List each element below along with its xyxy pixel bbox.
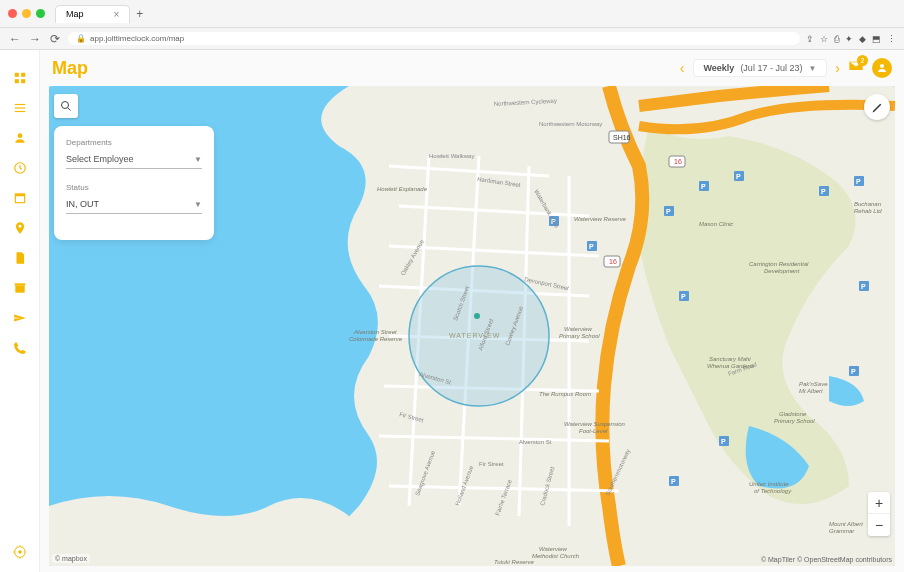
chevron-down-icon: ▼	[194, 155, 202, 164]
period-label: Weekly	[704, 63, 735, 73]
svg-text:Methodist Church: Methodist Church	[532, 553, 580, 559]
extension-icon-2[interactable]: ◆	[859, 34, 866, 44]
settings-icon[interactable]	[12, 544, 28, 560]
url-text: app.jolttimeclock.com/map	[90, 34, 184, 43]
svg-text:Sanctuary Mahi: Sanctuary Mahi	[709, 356, 751, 362]
new-tab-icon[interactable]: +	[136, 7, 143, 21]
mapbox-logo: © mapbox	[52, 554, 90, 563]
minimize-window-icon[interactable]	[22, 9, 31, 18]
prev-period-button[interactable]: ‹	[680, 60, 685, 76]
more-icon[interactable]: ⋮	[887, 34, 896, 44]
browser-tab[interactable]: Map ×	[55, 5, 130, 23]
svg-point-18	[474, 313, 480, 319]
calendar-icon[interactable]	[12, 190, 28, 206]
svg-text:of Technology: of Technology	[754, 488, 792, 494]
svg-rect-5	[14, 107, 25, 108]
svg-text:Colonnade Reserve: Colonnade Reserve	[349, 336, 403, 342]
svg-point-14	[18, 550, 22, 554]
svg-text:Waterview Reserve: Waterview Reserve	[574, 216, 627, 222]
svg-text:P: P	[666, 208, 671, 215]
map-edit-button[interactable]	[864, 94, 890, 120]
close-window-icon[interactable]	[8, 9, 17, 18]
list-icon[interactable]	[12, 100, 28, 116]
svg-text:Howlett Walkway: Howlett Walkway	[429, 153, 474, 159]
svg-text:Rehab Ltd: Rehab Ltd	[854, 208, 882, 214]
url-actions: ⇪ ☆ ⎙ ✦ ◆ ⬒ ⋮	[806, 34, 896, 44]
status-value: IN, OUT	[66, 199, 99, 209]
svg-text:Waterview Suspension: Waterview Suspension	[564, 421, 626, 427]
zoom-in-button[interactable]: +	[868, 492, 890, 514]
svg-text:P: P	[589, 243, 594, 250]
location-icon[interactable]	[12, 220, 28, 236]
people-icon[interactable]	[12, 130, 28, 146]
dashboard-icon[interactable]	[12, 70, 28, 86]
lock-icon: 🔒	[76, 34, 86, 43]
svg-point-7	[17, 133, 22, 138]
main: Map ‹ Weekly (Jul 17 - Jul 23) ▼ › 2	[40, 50, 904, 572]
status-select[interactable]: IN, OUT ▼	[66, 195, 202, 214]
svg-text:The Rumpus Room: The Rumpus Room	[539, 391, 591, 397]
phone-icon[interactable]	[12, 340, 28, 356]
status-label: Status	[66, 183, 202, 192]
svg-text:Mason Clinic: Mason Clinic	[699, 221, 733, 227]
svg-text:Foot-Level: Foot-Level	[579, 428, 608, 434]
next-period-button[interactable]: ›	[835, 60, 840, 76]
zoom-out-button[interactable]: −	[868, 514, 890, 536]
close-tab-icon[interactable]: ×	[114, 9, 120, 20]
archive-icon[interactable]	[12, 280, 28, 296]
svg-text:SH16: SH16	[613, 134, 631, 141]
profile-button[interactable]	[872, 58, 892, 78]
svg-text:P: P	[856, 178, 861, 185]
svg-text:Buchanan: Buchanan	[854, 201, 882, 207]
svg-rect-13	[14, 283, 25, 285]
zoom-controls: + −	[868, 492, 890, 536]
svg-rect-3	[21, 79, 25, 83]
star-icon[interactable]: ☆	[820, 34, 828, 44]
svg-text:P: P	[721, 438, 726, 445]
url-input[interactable]: 🔒 app.jolttimeclock.com/map	[68, 32, 800, 45]
extension-icon[interactable]: ✦	[845, 34, 853, 44]
svg-text:Howlett Esplanade: Howlett Esplanade	[377, 186, 428, 192]
document-icon[interactable]	[12, 250, 28, 266]
svg-rect-10	[15, 194, 24, 196]
svg-text:16: 16	[674, 158, 682, 165]
header-right: ‹ Weekly (Jul 17 - Jul 23) ▼ › 2	[680, 58, 892, 78]
extension-icon-3[interactable]: ⬒	[872, 34, 881, 44]
svg-text:Grammar: Grammar	[829, 528, 855, 534]
svg-text:Waterview: Waterview	[564, 326, 593, 332]
forward-button[interactable]: →	[28, 32, 42, 46]
svg-text:Alverston St: Alverston St	[519, 439, 552, 445]
svg-rect-1	[21, 73, 25, 77]
departure-icon[interactable]	[12, 310, 28, 326]
notifications-button[interactable]: 2	[848, 58, 864, 78]
period-select[interactable]: Weekly (Jul 17 - Jul 23) ▼	[693, 59, 828, 77]
svg-point-11	[18, 225, 21, 228]
svg-text:P: P	[851, 368, 856, 375]
employee-select[interactable]: Select Employee ▼	[66, 150, 202, 169]
print-icon[interactable]: ⎙	[834, 34, 839, 44]
map[interactable]: P P P P P P P P P P P P SH16 16 1	[46, 86, 898, 566]
back-button[interactable]: ←	[8, 32, 22, 46]
app: Map ‹ Weekly (Jul 17 - Jul 23) ▼ › 2	[0, 50, 904, 572]
share-icon[interactable]: ⇪	[806, 34, 814, 44]
url-bar: ← → ⟳ 🔒 app.jolttimeclock.com/map ⇪ ☆ ⎙ …	[0, 28, 904, 50]
map-search-button[interactable]	[54, 94, 78, 118]
maximize-window-icon[interactable]	[36, 9, 45, 18]
svg-text:Waterview: Waterview	[539, 546, 568, 552]
chevron-down-icon: ▼	[194, 200, 202, 209]
svg-text:Pak'nSave: Pak'nSave	[799, 381, 828, 387]
browser-chrome: Map × +	[0, 0, 904, 28]
svg-text:Fir Street: Fir Street	[479, 461, 504, 467]
svg-rect-12	[15, 286, 24, 293]
svg-point-96	[62, 102, 69, 109]
svg-text:Mount Albert: Mount Albert	[829, 521, 863, 527]
notification-badge: 2	[857, 55, 868, 66]
window-controls	[8, 9, 45, 18]
svg-text:P: P	[821, 188, 826, 195]
svg-text:P: P	[681, 293, 686, 300]
clock-icon[interactable]	[12, 160, 28, 176]
reload-button[interactable]: ⟳	[48, 32, 62, 46]
svg-text:P: P	[671, 478, 676, 485]
sidebar	[0, 50, 40, 572]
svg-text:Gladstone: Gladstone	[779, 411, 807, 417]
